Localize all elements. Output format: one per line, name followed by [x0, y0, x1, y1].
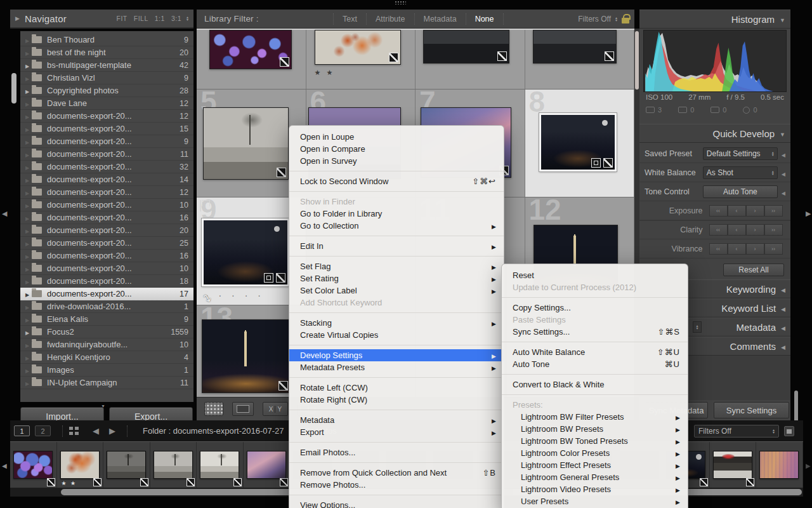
expand-arrow-icon[interactable]	[23, 60, 32, 70]
photo-thumbnail[interactable]	[533, 30, 617, 64]
filters-off-dropdown[interactable]: Filters Off	[578, 15, 611, 23]
photo-thumbnail[interactable]	[203, 107, 289, 180]
decrease-large-button[interactable]: ‹‹	[709, 224, 728, 236]
histogram-canvas[interactable]	[643, 30, 787, 92]
folder-row[interactable]: documents-export-20...16	[20, 250, 193, 262]
folder-row[interactable]: documents-export-20...18	[20, 275, 193, 288]
menu-item[interactable]: Sync Settings...⇧⌘S	[502, 326, 688, 338]
expand-caret-icon[interactable]	[781, 283, 785, 295]
menu-item[interactable]: Lightroom BW Presets	[502, 423, 688, 435]
increase-button[interactable]: ›	[746, 224, 764, 236]
show-right-panel-arrow-icon[interactable]: ▶	[806, 210, 811, 218]
folder-row[interactable]: documents-export-20...32	[20, 161, 193, 173]
disclosure-triangle-icon[interactable]: ▶	[15, 15, 20, 22]
metadata-preset-stepper-icon[interactable]	[693, 321, 702, 333]
tag-badge-icon[interactable]	[140, 478, 148, 486]
menu-item[interactable]: Export	[289, 426, 504, 438]
menu-item[interactable]: View Options...	[289, 499, 504, 508]
filter-tab-none[interactable]: None	[466, 13, 504, 25]
photo-cell[interactable]	[525, 30, 635, 89]
folder-row[interactable]: documents-export-20...10	[20, 262, 193, 275]
folder-row[interactable]: drive-download-2016...1	[20, 300, 193, 313]
decrease-large-button[interactable]: ‹‹	[709, 205, 728, 217]
tag-badge-icon[interactable]	[280, 478, 288, 486]
folder-row[interactable]: Dave Lane12	[20, 97, 193, 110]
filmstrip-cell[interactable]	[756, 442, 803, 488]
filmstrip-right-arrow-icon[interactable]: ▶	[806, 462, 811, 469]
filter-tab-attribute[interactable]: Attribute	[366, 13, 414, 25]
tag-badge-icon[interactable]	[277, 168, 286, 177]
photo-thumbnail[interactable]	[423, 30, 509, 64]
zoom-mode-1-1[interactable]: 1:1	[155, 15, 165, 22]
menu-item[interactable]: Metadata Presets	[289, 361, 504, 373]
menu-item[interactable]: Email Photos...	[289, 446, 504, 458]
menu-item[interactable]: Open in Survey	[289, 155, 504, 167]
collapse-caret-icon[interactable]	[780, 13, 785, 25]
filters-stepper-icon[interactable]	[615, 17, 617, 22]
expand-arrow-icon[interactable]	[23, 86, 32, 95]
menu-item[interactable]: Stacking	[289, 317, 504, 329]
filmstrip-thumbnail[interactable]	[247, 451, 286, 479]
tag-badge-icon[interactable]	[700, 478, 708, 486]
tag-badge-icon[interactable]	[278, 381, 288, 391]
photo-thumbnail[interactable]	[315, 30, 401, 65]
filter-toggle-button[interactable]	[784, 426, 794, 436]
filmstrip-thumbnail[interactable]	[13, 451, 53, 479]
folder-row[interactable]: IN-Uplet Campaign11	[20, 377, 193, 389]
folder-row[interactable]: Christian Vizl9	[20, 72, 193, 84]
stepper-icon[interactable]	[773, 429, 775, 434]
stepper-icon[interactable]	[772, 151, 774, 156]
decrease-large-button[interactable]: ‹‹	[709, 243, 728, 255]
sync-settings-button[interactable]: Sync Settings	[714, 402, 789, 418]
zoom-mode-fit[interactable]: FIT	[117, 15, 128, 22]
menu-item[interactable]: User Presets	[502, 495, 688, 507]
zoom-mode-fill[interactable]: FILL	[134, 15, 148, 22]
increase-large-button[interactable]: ››	[764, 205, 783, 217]
tag-badge-icon[interactable]	[187, 478, 195, 486]
menu-item[interactable]: Metadata	[289, 414, 504, 426]
menu-item[interactable]: Open in Compare	[289, 143, 504, 155]
menu-item[interactable]: Auto White Balance⇧⌘U	[502, 346, 688, 358]
increase-large-button[interactable]: ››	[764, 243, 783, 255]
decrease-button[interactable]: ‹	[728, 243, 746, 255]
collapse-caret-icon[interactable]	[780, 128, 785, 139]
photo-thumbnail[interactable]	[202, 218, 289, 286]
expand-arrow-icon[interactable]	[23, 289, 32, 298]
menu-item[interactable]: Edit In	[289, 240, 504, 252]
menu-item[interactable]: Go to Folder in Library	[289, 208, 504, 220]
quick-develop-header[interactable]: Quick Develop	[639, 124, 790, 143]
filter-lock-icon[interactable]	[622, 18, 629, 23]
menu-item[interactable]: Rotate Left (CCW)	[289, 382, 504, 394]
filmstrip-thumbnail[interactable]	[60, 451, 100, 479]
menu-item[interactable]: Open in Loupe	[289, 131, 504, 143]
expand-caret-icon[interactable]	[782, 167, 785, 178]
expand-caret-icon[interactable]	[781, 340, 785, 352]
folder-row[interactable]: documents-export-20...15	[20, 123, 193, 135]
decrease-button[interactable]: ‹	[728, 224, 746, 236]
grid-view-button[interactable]	[204, 402, 223, 416]
filmstrip-thumbnail[interactable]	[154, 451, 193, 479]
tag-badge-icon[interactable]	[497, 51, 507, 61]
second-window-button[interactable]: 2	[35, 425, 51, 436]
filmstrip-thumbnail[interactable]	[200, 451, 239, 479]
folder-row[interactable]: documents-export-20...20	[20, 224, 193, 237]
filmstrip-thumbnail[interactable]	[713, 451, 752, 479]
right-panel-scrollbar-thumb[interactable]	[794, 391, 798, 422]
pick-flag-icon[interactable]	[202, 200, 210, 206]
zoom-stepper-icon[interactable]	[187, 16, 188, 21]
filter-tab-metadata[interactable]: Metadata	[414, 13, 466, 25]
expand-caret-icon[interactable]	[782, 148, 785, 159]
folder-row[interactable]: Copyrighted photos28	[20, 84, 193, 97]
current-folder-label[interactable]: Folder : documents-export-2016-07-27	[143, 426, 284, 436]
folder-row[interactable]: Hengki Koentjoro4	[20, 351, 193, 364]
folder-row[interactable]: documents-export-20...16	[20, 211, 193, 224]
tag-badge-icon[interactable]	[603, 158, 613, 168]
filmstrip-thumbnail[interactable]	[107, 451, 146, 479]
folder-row[interactable]: documents-export-20...12	[20, 110, 193, 123]
menu-item[interactable]: Lightroom BW Filter Presets	[502, 411, 688, 423]
folder-row[interactable]: documents-export-20...12	[20, 186, 193, 199]
menu-item[interactable]: Remove from Quick Collection and Next⇧B	[289, 467, 504, 479]
tag-badge-icon[interactable]	[280, 57, 289, 67]
folder-row[interactable]: bs-multipager-template42	[20, 59, 193, 72]
saved-preset-select[interactable]: Default Settings	[703, 147, 778, 160]
